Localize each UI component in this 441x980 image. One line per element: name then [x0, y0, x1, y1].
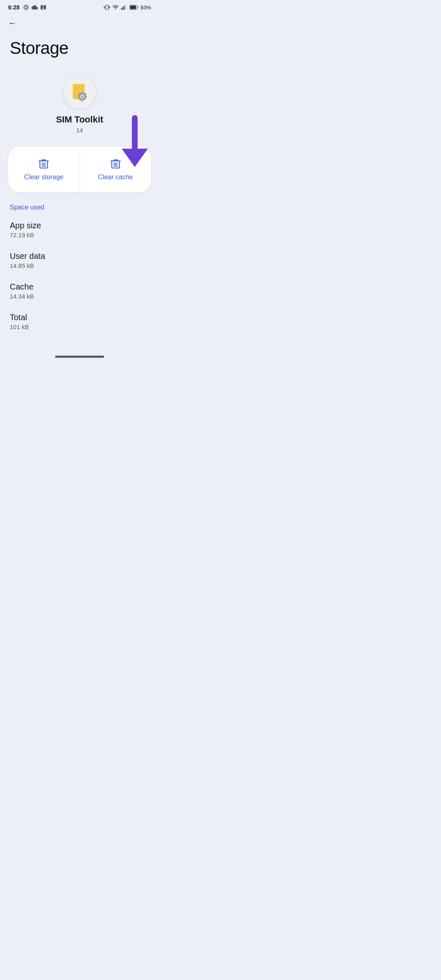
- app-size-value: 72.19 kB: [10, 232, 149, 238]
- wifi-icon: [112, 4, 119, 11]
- cloud-icon: [31, 4, 38, 11]
- app-icon: [63, 76, 96, 109]
- cache-value: 14.34 kB: [10, 293, 149, 300]
- app-size-item: App size 72.19 kB: [0, 214, 159, 245]
- user-data-value: 14.85 kB: [10, 262, 149, 269]
- home-bar: [55, 356, 104, 358]
- user-data-label: User data: [10, 252, 149, 261]
- clear-cache-trash-icon: [110, 158, 121, 169]
- clear-storage-label: Clear storage: [24, 174, 63, 181]
- clear-cache-label: Clear cache: [98, 174, 133, 181]
- battery-text: 93%: [140, 4, 151, 11]
- page-title: Storage: [0, 32, 159, 68]
- storage-items-list: App size 72.19 kB User data 14.85 kB Cac…: [0, 214, 159, 337]
- svg-rect-2: [124, 6, 125, 10]
- svg-rect-10: [82, 91, 82, 93]
- user-data-item: User data 14.85 kB: [0, 245, 159, 276]
- status-time: 6:28: [8, 4, 20, 11]
- id-icon: [40, 4, 47, 11]
- svg-rect-5: [130, 6, 136, 9]
- status-left: 6:28: [8, 4, 47, 11]
- svg-rect-12: [77, 96, 79, 97]
- total-label: Total: [10, 313, 149, 322]
- svg-rect-1: [122, 7, 123, 10]
- status-icons: [23, 4, 47, 11]
- app-info: SIM Toolkit 14: [0, 68, 159, 138]
- app-size-label: App size: [10, 221, 149, 230]
- sim-toolkit-icon-svg: [69, 82, 90, 102]
- total-item: Total 101 kB: [0, 306, 159, 337]
- back-button[interactable]: ←: [0, 13, 159, 32]
- svg-rect-11: [82, 101, 82, 102]
- clear-storage-trash-icon: [38, 158, 49, 169]
- action-buttons: Clear storage Clear cache: [8, 147, 151, 192]
- app-version: 14: [76, 127, 83, 134]
- home-indicator: [0, 349, 159, 361]
- signal-icon: [121, 4, 127, 11]
- svg-rect-3: [125, 4, 126, 10]
- cache-label: Cache: [10, 282, 149, 292]
- action-area: Clear storage Clear cache: [0, 147, 159, 192]
- battery-icon: [129, 4, 138, 10]
- cache-item: Cache 14.34 kB: [0, 276, 159, 306]
- bubble-icon: [23, 4, 29, 11]
- app-name: SIM Toolkit: [56, 114, 103, 125]
- space-used-header: Space used: [0, 192, 159, 214]
- clear-cache-button[interactable]: Clear cache: [80, 147, 151, 192]
- svg-rect-13: [86, 96, 87, 97]
- clear-storage-button[interactable]: Clear storage: [8, 147, 80, 192]
- status-bar: 6:28: [0, 0, 159, 13]
- vibrate-icon: [104, 4, 110, 11]
- svg-point-9: [81, 96, 83, 98]
- status-right: 93%: [104, 4, 151, 11]
- total-value: 101 kB: [10, 323, 149, 330]
- back-arrow-icon: ←: [8, 18, 17, 28]
- svg-rect-0: [121, 8, 122, 10]
